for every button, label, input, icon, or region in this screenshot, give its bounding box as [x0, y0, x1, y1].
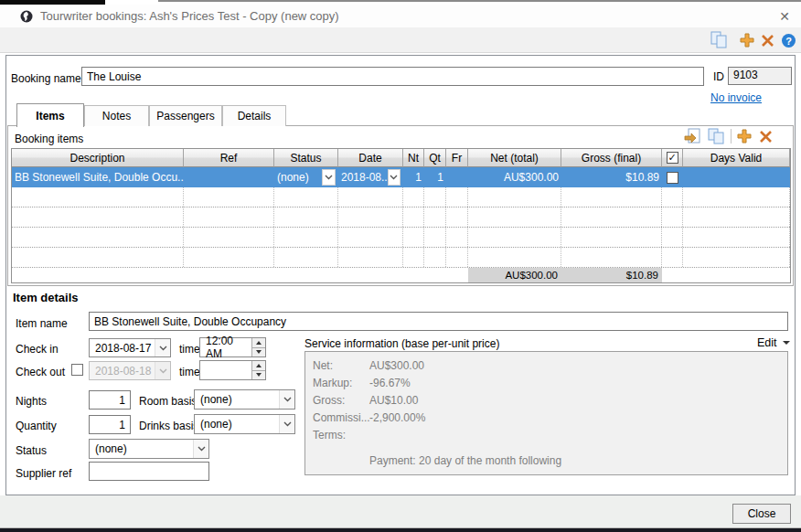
- totals-gross: $10.89: [561, 268, 662, 282]
- tab-items[interactable]: Items: [16, 103, 84, 127]
- tab-details[interactable]: Details: [222, 105, 286, 126]
- add-booking-icon[interactable]: [740, 33, 754, 48]
- nights-input[interactable]: [89, 390, 131, 410]
- check-in-label: Check in: [16, 343, 59, 356]
- supplier-ref-input[interactable]: [89, 462, 209, 481]
- check-out-date-value: 2018-08-18: [95, 365, 155, 378]
- booking-item-row-selected[interactable]: BB Stonewell Suite, Double Occu... (none…: [12, 167, 790, 187]
- check-in-time-label: time: [179, 343, 200, 356]
- col-select-all: ✓: [662, 149, 683, 167]
- service-info-heading: Service information (base per-unit price…: [304, 337, 499, 350]
- spin-up-icon[interactable]: [252, 361, 265, 371]
- spin-down-icon[interactable]: [252, 348, 265, 357]
- chevron-down-icon: [155, 362, 170, 379]
- item-name-label: Item name: [16, 317, 68, 330]
- service-info-row: Net: AU$300.00: [313, 356, 780, 374]
- close-window-icon[interactable]: ✕: [775, 7, 794, 26]
- check-out-time-label: time: [179, 366, 200, 378]
- check-out-date-picker: 2018-08-18: [89, 361, 171, 380]
- delete-booking-icon[interactable]: [761, 34, 774, 48]
- help-icon[interactable]: ?: [781, 33, 796, 48]
- col-date[interactable]: Date: [338, 149, 403, 167]
- chevron-down-icon[interactable]: [279, 415, 294, 433]
- cell-date[interactable]: 2018-08..: [338, 167, 403, 187]
- booking-items-label: Booking items: [15, 133, 83, 145]
- taskbar-sliver: [0, 527, 801, 532]
- col-fr[interactable]: Fr: [446, 149, 468, 167]
- cell-qt: 1: [424, 167, 446, 187]
- quantity-input[interactable]: [89, 415, 131, 434]
- add-item-icon[interactable]: [737, 129, 752, 144]
- time-spin-buttons[interactable]: [251, 338, 265, 356]
- item-name-input[interactable]: [89, 312, 788, 331]
- copy-item-icon[interactable]: [708, 128, 725, 145]
- check-out-checkbox[interactable]: [71, 364, 83, 376]
- check-in-time-value: 12:00 AM: [200, 338, 251, 356]
- chevron-down-icon[interactable]: [279, 390, 294, 409]
- spin-up-icon[interactable]: [252, 338, 265, 348]
- service-info-row: Markup: -96.67%: [313, 374, 780, 391]
- col-gross-final[interactable]: Gross (final): [561, 149, 662, 167]
- col-description[interactable]: Description: [12, 149, 184, 167]
- icons-separator: [731, 129, 732, 144]
- col-qt[interactable]: Qt: [424, 149, 446, 167]
- tab-notes[interactable]: Notes: [84, 105, 149, 126]
- service-info-row: Terms:: [313, 426, 780, 443]
- edit-service-button[interactable]: Edit: [757, 336, 790, 349]
- nights-label: Nights: [16, 395, 47, 408]
- empty-grid-row[interactable]: [12, 207, 790, 228]
- cell-status[interactable]: (none): [274, 167, 338, 187]
- dialog-footer: [0, 495, 801, 527]
- supplier-ref-label: Supplier ref: [16, 467, 71, 480]
- top-edge-line: [158, 0, 801, 2]
- status-label: Status: [16, 444, 47, 457]
- drinks-basis-select[interactable]: (none): [194, 414, 295, 434]
- col-nt[interactable]: Nt: [403, 149, 424, 167]
- check-out-time-value: [200, 361, 251, 379]
- check-in-time-spinner[interactable]: 12:00 AM: [199, 337, 266, 357]
- insert-item-icon[interactable]: [684, 128, 702, 145]
- tab-passengers[interactable]: Passengers: [149, 105, 222, 126]
- totals-spacer: [12, 268, 468, 282]
- totals-net: AU$300.00: [468, 268, 561, 282]
- empty-grid-row[interactable]: [12, 187, 790, 207]
- empty-grid-row[interactable]: [12, 228, 790, 248]
- col-ref[interactable]: Ref: [184, 149, 274, 167]
- booking-name-input[interactable]: [81, 67, 704, 86]
- check-in-date-picker[interactable]: 2018-08-17: [89, 338, 171, 357]
- cell-description: BB Stonewell Suite, Double Occu...: [12, 167, 184, 187]
- id-value-field: 9103: [728, 67, 792, 85]
- row-checkbox[interactable]: [667, 172, 678, 184]
- status-dropdown-button[interactable]: [322, 169, 336, 186]
- svg-text:?: ?: [785, 36, 792, 47]
- date-dropdown-button[interactable]: [388, 169, 400, 186]
- copy-booking-icon[interactable]: [710, 31, 728, 49]
- col-status[interactable]: Status: [274, 149, 338, 167]
- col-net-total[interactable]: Net (total): [468, 149, 561, 167]
- tourwriter-bookings-window: Tourwriter bookings: Ash's Prices Test -…: [0, 0, 801, 532]
- room-basis-value: (none): [200, 393, 279, 406]
- delete-item-icon[interactable]: [759, 130, 773, 144]
- cell-gross-final: $10.89: [561, 167, 662, 187]
- time-spin-buttons[interactable]: [251, 361, 265, 379]
- spin-down-icon[interactable]: [252, 371, 265, 380]
- empty-grid-row[interactable]: [12, 248, 790, 268]
- no-invoice-link[interactable]: No invoice: [710, 91, 762, 104]
- status-select-value: (none): [95, 442, 193, 455]
- status-select[interactable]: (none): [89, 439, 209, 459]
- booking-items-grid: Description Ref Status Date Nt Qt Fr Net…: [11, 148, 791, 283]
- cell-fr: [446, 167, 468, 187]
- col-days-valid[interactable]: Days Valid: [683, 149, 790, 167]
- select-all-checkbox[interactable]: ✓: [667, 152, 678, 164]
- check-out-label: Check out: [16, 366, 65, 378]
- service-info-panel: Net: AU$300.00 Markup: -96.67% Gross: AU…: [304, 351, 788, 475]
- check-out-time-spinner[interactable]: [199, 360, 266, 380]
- chevron-down-icon[interactable]: [193, 440, 208, 458]
- id-label: ID: [713, 70, 724, 83]
- cell-checkbox: [662, 167, 683, 187]
- chevron-down-icon[interactable]: [155, 339, 170, 356]
- drinks-basis-label: Drinks basis: [139, 420, 198, 432]
- room-basis-select[interactable]: (none): [194, 389, 295, 410]
- quantity-label: Quantity: [16, 420, 57, 432]
- close-button[interactable]: Close: [732, 504, 791, 524]
